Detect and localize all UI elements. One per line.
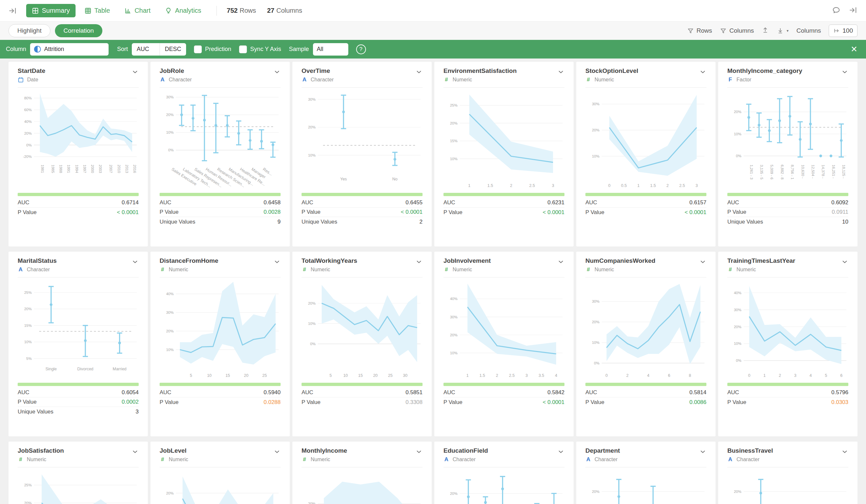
column-chart: 30%20%10%00.511.522.53 bbox=[585, 88, 707, 190]
filter-rows-button[interactable]: Rows bbox=[687, 27, 712, 34]
column-type: ACharacter bbox=[159, 76, 281, 83]
card-header: EducationField ACharacter bbox=[443, 447, 565, 467]
column-chart: 25%20%15%10%5%SingleDivorcedMarried bbox=[18, 278, 139, 380]
chevron-down-icon[interactable] bbox=[132, 258, 139, 266]
close-icon[interactable]: ✕ bbox=[851, 44, 857, 54]
column-title: StockOptionLevel bbox=[585, 67, 707, 75]
svg-text:20%: 20% bbox=[592, 320, 599, 324]
type-label: Numeric bbox=[311, 266, 330, 273]
tab-chart[interactable]: Chart bbox=[119, 4, 156, 17]
p-value: < 0.0001 bbox=[117, 209, 139, 216]
auc-value: 0.6231 bbox=[547, 199, 565, 206]
target-column-select[interactable]: Attrition bbox=[30, 43, 109, 56]
card-stats: AUC 0.5814 P Value 0.0086 bbox=[585, 388, 707, 407]
prediction-checkbox[interactable]: Prediction bbox=[194, 45, 231, 53]
columns-limit-box[interactable]: 100 bbox=[829, 24, 857, 37]
svg-text:40%: 40% bbox=[734, 291, 741, 295]
card-header: NumCompaniesWorked #Numeric bbox=[585, 257, 707, 278]
chevron-down-icon[interactable] bbox=[274, 68, 281, 76]
tab-label: Chart bbox=[134, 7, 151, 14]
auc-row: AUC 0.5842 bbox=[443, 388, 565, 397]
upload-icon[interactable] bbox=[762, 26, 769, 35]
chevron-down-icon[interactable] bbox=[132, 448, 139, 455]
tab-summary[interactable]: Summary bbox=[26, 4, 76, 17]
sort-direction[interactable]: DESC bbox=[160, 43, 186, 56]
numeric-type-icon: # bbox=[301, 266, 308, 273]
tab-table[interactable]: Table bbox=[79, 4, 116, 17]
column-card: TrainingTimesLastYear #Numeric 40%30%20%… bbox=[718, 252, 857, 436]
auc-row: AUC 0.6714 bbox=[18, 198, 139, 208]
correlation-button[interactable]: Correlation bbox=[55, 24, 102, 37]
help-icon[interactable]: ? bbox=[356, 44, 366, 54]
tab-analytics[interactable]: Analytics bbox=[159, 4, 207, 17]
expand-panel-icon[interactable] bbox=[849, 6, 857, 16]
svg-text:20%: 20% bbox=[450, 333, 457, 337]
type-label: Numeric bbox=[311, 456, 330, 463]
auc-value: 0.6458 bbox=[264, 199, 281, 206]
column-chart: 25%20%15%10%1234 bbox=[18, 468, 139, 504]
numeric-type-icon: # bbox=[585, 76, 591, 83]
column-count: 27Columns bbox=[267, 7, 302, 14]
chevron-down-icon[interactable] bbox=[841, 68, 848, 76]
highlight-button[interactable]: Highlight bbox=[9, 24, 51, 37]
svg-text:30%: 30% bbox=[734, 308, 741, 312]
numeric-type-icon: # bbox=[159, 266, 166, 273]
chevron-down-icon[interactable] bbox=[274, 258, 281, 266]
auc-row: AUC 0.6458 bbox=[159, 198, 281, 208]
card-header: MonthlyIncome #Numeric bbox=[301, 447, 423, 467]
svg-text:0%: 0% bbox=[736, 154, 741, 158]
svg-text:10,630 -: 10,630 - bbox=[801, 165, 805, 178]
column-type: #Numeric bbox=[301, 456, 423, 463]
filter-columns-button[interactable]: Columns bbox=[720, 27, 754, 34]
chevron-down-icon[interactable] bbox=[132, 68, 139, 76]
chevron-down-icon[interactable] bbox=[699, 68, 707, 76]
collapse-panel-icon[interactable] bbox=[9, 7, 17, 15]
svg-text:10%: 10% bbox=[166, 131, 174, 134]
svg-text:No: No bbox=[392, 177, 398, 181]
svg-text:4: 4 bbox=[809, 373, 812, 378]
sort-select[interactable]: AUC DESC bbox=[132, 43, 186, 56]
tab-label: Summary bbox=[42, 7, 70, 14]
p-value-row: P Value 0.0002 bbox=[18, 397, 139, 407]
chevron-down-icon[interactable] bbox=[274, 448, 281, 455]
checkbox-icon[interactable] bbox=[194, 45, 202, 53]
column-card: NumCompaniesWorked #Numeric 30%20%10%0%0… bbox=[576, 252, 715, 436]
numeric-type-icon: # bbox=[443, 266, 449, 273]
svg-text:20: 20 bbox=[373, 373, 378, 378]
svg-text:1994: 1994 bbox=[75, 165, 79, 173]
chevron-down-icon[interactable] bbox=[557, 258, 565, 266]
svg-text:6,882 - 8: 6,882 - 8 bbox=[780, 165, 784, 179]
column-chart: 40%30%20%10%11.522.533.54 bbox=[443, 278, 565, 380]
download-menu-icon[interactable]: ▾ bbox=[777, 27, 788, 34]
p-value: < 0.0001 bbox=[543, 399, 565, 406]
svg-text:30%: 30% bbox=[166, 311, 174, 314]
sample-select[interactable]: All bbox=[313, 43, 348, 56]
auc-value: 0.6714 bbox=[122, 199, 139, 206]
svg-text:20%: 20% bbox=[24, 307, 32, 311]
column-type: #Numeric bbox=[159, 266, 281, 273]
chevron-down-icon[interactable] bbox=[841, 258, 848, 266]
chevron-down-icon[interactable] bbox=[699, 448, 707, 455]
sort-value[interactable]: AUC bbox=[132, 43, 160, 56]
svg-text:10: 10 bbox=[207, 373, 212, 378]
sync-y-axis-checkbox[interactable]: Sync Y Axis bbox=[239, 45, 281, 53]
column-title: JobRole bbox=[159, 67, 281, 75]
card-stats: AUC 0.6714 P Value < 0.0001 bbox=[18, 198, 139, 217]
column-card: JobRole ACharacter 30%20%10%0%Sales Exec… bbox=[151, 62, 290, 246]
chevron-down-icon[interactable] bbox=[699, 258, 707, 266]
p-value: < 0.0001 bbox=[401, 209, 423, 215]
chevron-down-icon[interactable] bbox=[415, 448, 423, 455]
chevron-down-icon[interactable] bbox=[415, 68, 423, 76]
comment-icon[interactable] bbox=[832, 6, 841, 16]
svg-text:40%: 40% bbox=[24, 120, 32, 124]
chevron-down-icon[interactable] bbox=[415, 258, 423, 266]
svg-text:25%: 25% bbox=[24, 483, 32, 487]
chevron-down-icon[interactable] bbox=[557, 68, 565, 76]
chevron-down-icon[interactable] bbox=[841, 448, 848, 455]
svg-text:20%: 20% bbox=[734, 490, 741, 494]
checkbox-icon[interactable] bbox=[239, 45, 247, 53]
auc-value: 0.5796 bbox=[831, 389, 848, 396]
chevron-down-icon[interactable] bbox=[557, 448, 565, 455]
auc-row: AUC 0.5851 bbox=[301, 388, 423, 397]
svg-text:2.5: 2.5 bbox=[529, 183, 535, 188]
